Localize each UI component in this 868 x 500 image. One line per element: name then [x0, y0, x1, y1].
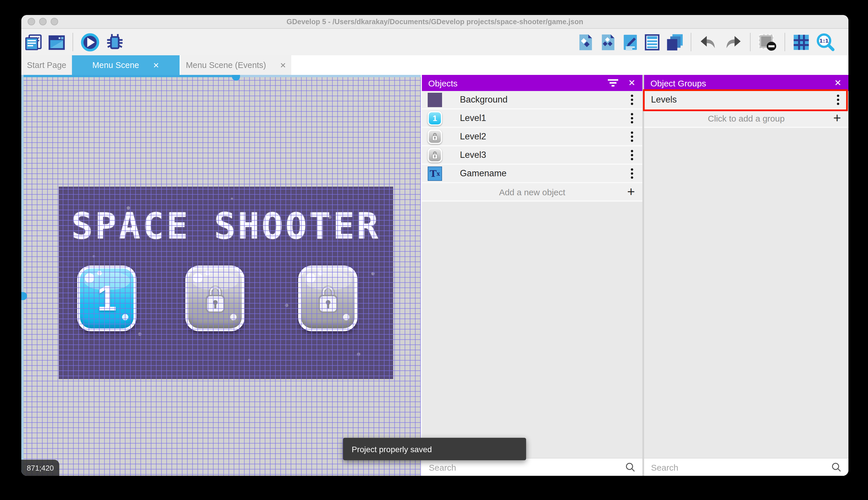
bubble	[97, 271, 102, 275]
object-name: Level3	[460, 150, 486, 160]
tab-start-page[interactable]: Start Page	[21, 55, 72, 75]
toolbar-separator	[750, 33, 751, 51]
kebab-menu-icon[interactable]	[631, 149, 633, 161]
tab-label: Start Page	[27, 60, 66, 70]
plus-icon[interactable]: +	[627, 185, 635, 198]
zoom-1-1-icon[interactable]: 1:1	[816, 33, 835, 52]
groups-search-input[interactable]	[644, 462, 831, 472]
bubble	[206, 271, 210, 275]
debug-icon[interactable]	[105, 33, 124, 52]
group-row[interactable]: Levels	[644, 91, 848, 110]
group-name: Levels	[651, 94, 677, 105]
undo-icon[interactable]	[699, 34, 718, 50]
save-toast: Project properly saved	[343, 438, 526, 460]
kebab-menu-icon[interactable]	[631, 93, 633, 106]
scrollbar-fill	[21, 75, 236, 77]
add-object-label: Add a new object	[499, 187, 565, 197]
tab-menu-scene[interactable]: Menu Scene ✕	[72, 55, 179, 75]
object-groups-panel: Object Groups ✕ Levels Click to add a gr…	[644, 75, 848, 476]
close-panel-icon[interactable]: ✕	[834, 78, 842, 88]
object-row[interactable]: Level3	[422, 146, 642, 165]
object-row[interactable]: 1 Level1	[422, 110, 642, 128]
horizontal-scrollbar[interactable]	[21, 75, 421, 77]
grid-icon[interactable]	[793, 33, 810, 51]
screenshot-stage: GDevelop 5 - /Users/dkarakay/Documents/G…	[0, 0, 868, 500]
kebab-menu-icon[interactable]	[631, 130, 633, 143]
object-thumbnail	[428, 92, 442, 107]
background-object-instance[interactable]: SPACE SHOOTER 1	[59, 186, 393, 379]
object-groups-editor-icon[interactable]	[600, 33, 617, 51]
vertical-scroll-thumb[interactable]	[21, 292, 27, 300]
tab-menu-scene-events[interactable]: Menu Scene (Events) ✕	[181, 55, 291, 75]
horizontal-scroll-thumb[interactable]	[232, 75, 240, 81]
project-manager-icon[interactable]	[25, 33, 43, 51]
object-row[interactable]: Background	[422, 91, 642, 110]
objects-panel: Objects ✕ Background 1 Level1 Level2 Lev…	[421, 75, 642, 476]
add-group-row[interactable]: Click to add a group +	[644, 110, 848, 128]
objects-list: Background 1 Level1 Level2 Level3 Tx Gam…	[422, 91, 642, 183]
panel-header-actions: ✕	[834, 75, 842, 91]
toolbar-separator	[72, 33, 73, 51]
toolbar-right-group: 1:1	[577, 32, 835, 53]
filter-icon[interactable]	[608, 79, 619, 87]
window-title: GDevelop 5 - /Users/dkarakay/Documents/G…	[21, 15, 848, 29]
bubble	[230, 314, 237, 320]
groups-search-bar	[644, 458, 848, 476]
object-thumbnail	[428, 129, 442, 144]
svg-text:1:1: 1:1	[819, 37, 829, 44]
kebab-menu-icon[interactable]	[631, 112, 633, 124]
object-name: Level2	[460, 131, 486, 142]
start-page-icon[interactable]	[48, 33, 66, 51]
tab-label: Menu Scene (Events)	[186, 60, 266, 70]
redo-icon[interactable]	[724, 34, 742, 50]
scene-editor-canvas[interactable]: SPACE SHOOTER 1	[21, 75, 421, 476]
mask-preview-icon[interactable]	[758, 33, 777, 51]
object-row[interactable]: Level2	[422, 128, 642, 146]
objects-panel-title: Objects	[428, 78, 458, 88]
object-groups-panel-title: Object Groups	[650, 78, 706, 88]
bubble	[193, 273, 203, 283]
kebab-menu-icon[interactable]	[837, 93, 839, 106]
toolbar-left-group	[25, 32, 124, 53]
layers-icon[interactable]	[666, 33, 683, 51]
plus-icon[interactable]: +	[833, 112, 841, 125]
bubble	[122, 314, 128, 320]
tab-label: Menu Scene	[92, 60, 139, 70]
level1-button-instance[interactable]: 1	[77, 265, 137, 331]
close-tab-icon[interactable]: ✕	[153, 61, 160, 69]
object-name: Level1	[460, 113, 486, 123]
bubble	[306, 273, 315, 283]
toast-message: Project properly saved	[352, 444, 432, 454]
level3-button-instance[interactable]	[298, 265, 357, 331]
objects-search-bar	[422, 458, 642, 476]
bubble	[318, 271, 323, 275]
level2-button-instance[interactable]	[185, 265, 245, 331]
add-group-label: Click to add a group	[708, 113, 785, 123]
titlebar: GDevelop 5 - /Users/dkarakay/Documents/G…	[21, 15, 848, 29]
toolbar: 1:1	[21, 29, 848, 55]
close-tab-icon[interactable]: ✕	[280, 61, 286, 69]
groups-list: Levels	[644, 91, 848, 110]
object-row[interactable]: Tx Gamename	[422, 165, 642, 183]
instances-list-icon[interactable]	[644, 33, 660, 51]
objects-search-input[interactable]	[422, 462, 625, 472]
close-panel-icon[interactable]: ✕	[628, 78, 635, 88]
object-groups-panel-header: Object Groups ✕	[644, 75, 848, 91]
play-preview-icon[interactable]	[80, 32, 100, 52]
gdevelop-window: GDevelop 5 - /Users/dkarakay/Documents/G…	[21, 15, 848, 476]
search-icon	[625, 462, 635, 472]
objects-editor-icon[interactable]	[577, 33, 594, 51]
scene-title-text: SPACE SHOOTER	[59, 205, 393, 247]
object-thumbnail	[428, 148, 442, 162]
properties-icon[interactable]	[622, 33, 638, 51]
add-object-row[interactable]: Add a new object +	[422, 183, 642, 202]
objects-panel-header: Objects ✕	[422, 75, 642, 91]
bubble	[85, 273, 94, 283]
vertical-scrollbar[interactable]	[21, 75, 24, 476]
kebab-menu-icon[interactable]	[631, 167, 633, 180]
object-thumbnail: Tx	[428, 166, 442, 181]
toolbar-separator	[691, 33, 691, 51]
object-name: Gamename	[460, 168, 506, 179]
toolbar-separator	[785, 33, 785, 51]
star-dots	[59, 186, 60, 188]
